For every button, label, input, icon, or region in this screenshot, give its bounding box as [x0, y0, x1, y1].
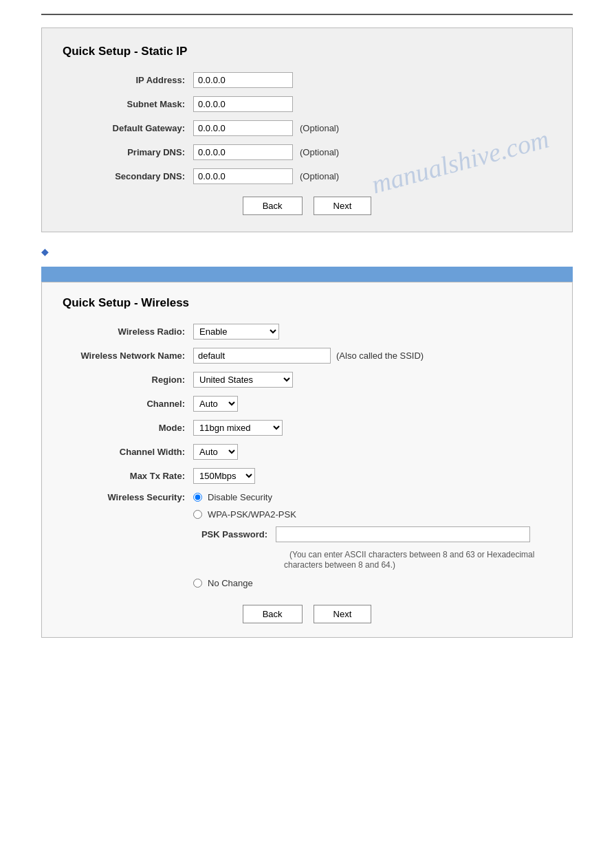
subnet-mask-label: Subnet Mask: — [63, 99, 193, 109]
psk-password-label: PSK Password: — [193, 529, 276, 539]
channel-select[interactable]: Auto — [193, 396, 238, 412]
primary-dns-input[interactable] — [193, 144, 293, 160]
psk-password-input[interactable] — [276, 526, 530, 542]
static-ip-next-button[interactable]: Next — [314, 197, 372, 215]
wireless-back-button[interactable]: Back — [243, 605, 303, 623]
region-row: Region: United States — [63, 372, 551, 388]
max-tx-row: Max Tx Rate: 150Mbps — [63, 468, 551, 484]
psk-note-row: (You can enter ASCII characters between … — [284, 549, 551, 570]
wireless-radio-row: Wireless Radio: Enable Disable — [63, 324, 551, 340]
wireless-btn-row: Back Next — [63, 605, 551, 623]
primary-dns-optional: (Optional) — [300, 147, 339, 157]
wireless-title: Quick Setup - Wireless — [63, 296, 551, 310]
secondary-dns-input[interactable] — [193, 168, 293, 184]
ip-address-label: IP Address: — [63, 75, 193, 85]
no-change-label-text: No Change — [208, 578, 253, 588]
channel-width-select[interactable]: Auto — [193, 444, 238, 460]
wireless-security-label: Wireless Security: — [63, 492, 193, 502]
disable-security-radio[interactable] — [193, 493, 202, 502]
wpa-psk-radio[interactable] — [193, 510, 202, 519]
default-gateway-row: Default Gateway: (Optional) — [63, 120, 551, 136]
region-select[interactable]: United States — [193, 372, 293, 388]
psk-note-text: (You can enter ASCII characters between … — [284, 550, 534, 570]
subnet-mask-input[interactable] — [193, 96, 293, 112]
mode-select[interactable]: 11bgn mixed — [193, 420, 283, 436]
static-ip-panel: Quick Setup - Static IP IP Address: Subn… — [41, 27, 573, 232]
channel-label: Channel: — [63, 399, 193, 409]
network-name-label: Wireless Network Name: — [63, 350, 193, 361]
ssid-note: (Also called the SSID) — [336, 350, 424, 361]
wpa-option: WPA-PSK/WPA2-PSK — [193, 509, 551, 520]
top-divider — [41, 14, 573, 15]
bullet-section: ◆ — [41, 246, 573, 257]
default-gateway-label: Default Gateway: — [63, 123, 193, 133]
no-change-radio[interactable] — [193, 579, 202, 588]
static-ip-back-button[interactable]: Back — [243, 197, 303, 215]
gateway-optional: (Optional) — [300, 123, 339, 133]
ip-address-input[interactable] — [193, 72, 293, 88]
mode-label: Mode: — [63, 423, 193, 433]
wpa-psk-label-text: WPA-PSK/WPA2-PSK — [208, 509, 296, 520]
default-gateway-input[interactable] — [193, 120, 293, 136]
psk-password-row: PSK Password: — [193, 526, 551, 542]
secondary-dns-row: Secondary DNS: (Optional) — [63, 168, 551, 184]
max-tx-label: Max Tx Rate: — [63, 471, 193, 481]
disable-security-label-text: Disable Security — [208, 492, 272, 502]
wireless-security-row: Wireless Security: Disable Security WPA-… — [63, 492, 551, 592]
security-options: Disable Security WPA-PSK/WPA2-PSK PSK Pa… — [193, 492, 551, 592]
blue-banner — [41, 267, 573, 282]
wireless-radio-select[interactable]: Enable Disable — [193, 324, 279, 340]
region-label: Region: — [63, 375, 193, 385]
channel-row: Channel: Auto — [63, 396, 551, 412]
bullet-diamond-icon: ◆ — [41, 246, 49, 257]
ip-address-row: IP Address: — [63, 72, 551, 88]
wireless-next-button[interactable]: Next — [314, 605, 372, 623]
secondary-dns-optional: (Optional) — [300, 171, 339, 181]
subnet-mask-row: Subnet Mask: — [63, 96, 551, 112]
mode-row: Mode: 11bgn mixed — [63, 420, 551, 436]
network-name-row: Wireless Network Name: (Also called the … — [63, 348, 551, 364]
secondary-dns-label: Secondary DNS: — [63, 171, 193, 181]
static-ip-btn-row: Back Next — [63, 197, 551, 215]
channel-width-label: Channel Width: — [63, 447, 193, 457]
max-tx-select[interactable]: 150Mbps — [193, 468, 255, 484]
no-change-option: No Change — [193, 578, 551, 588]
network-name-input[interactable] — [193, 348, 331, 364]
primary-dns-label: Primary DNS: — [63, 147, 193, 157]
static-ip-title: Quick Setup - Static IP — [63, 45, 551, 58]
wireless-panel: Quick Setup - Wireless Wireless Radio: E… — [41, 282, 573, 638]
channel-width-row: Channel Width: Auto — [63, 444, 551, 460]
disable-security-option: Disable Security — [193, 492, 551, 502]
wireless-radio-label: Wireless Radio: — [63, 326, 193, 337]
primary-dns-row: Primary DNS: (Optional) — [63, 144, 551, 160]
